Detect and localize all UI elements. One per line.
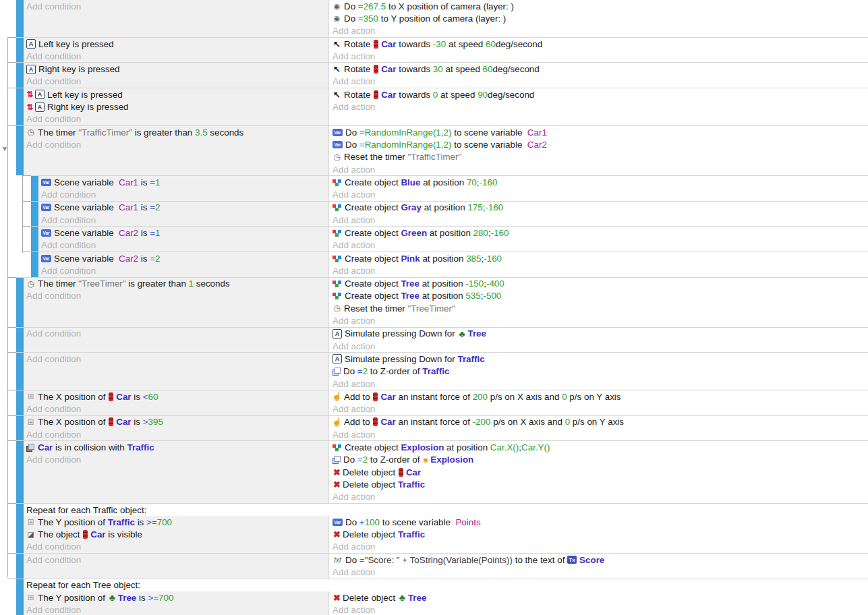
action-line[interactable]: ◉Do =267.5 to X position of camera (laye…: [332, 0, 868, 12]
event[interactable]: VarScene variable Car1 is =1Add conditio…: [31, 175, 868, 201]
collapse-arrow-icon[interactable]: ▼: [1, 146, 8, 152]
condition-line[interactable]: ⊞The Y position of Traffic is >=700: [26, 516, 328, 528]
condition-line[interactable]: ◪The object Car is visible: [26, 528, 328, 540]
add-condition-button[interactable]: Add condition: [41, 188, 328, 200]
condition-line[interactable]: ⊞The Y position of ♣Tree is >=700: [26, 591, 328, 604]
event-selector-bar[interactable]: [16, 328, 24, 353]
add-condition-button[interactable]: Add condition: [26, 403, 328, 415]
add-action-button[interactable]: Add action: [332, 188, 868, 200]
event-selector-bar[interactable]: [31, 176, 38, 201]
event-selector-bar[interactable]: [16, 0, 24, 37]
action-line[interactable]: txtDo ="Score: " + ToString(Variable(Poi…: [332, 554, 868, 566]
condition-line[interactable]: ⇅ALeft key is pressed: [26, 88, 328, 100]
event-selector-bar[interactable]: [16, 126, 24, 175]
action-line[interactable]: ✖Delete object Traffic: [332, 528, 868, 540]
add-action-button[interactable]: Add action: [332, 239, 868, 252]
add-action-button[interactable]: Add action: [332, 76, 868, 88]
condition-line[interactable]: ◷The timer "TrafficTimer" is greater tha…: [26, 126, 328, 138]
add-action-button[interactable]: Add action: [332, 378, 868, 390]
event[interactable]: Repeat for each Tree object:⊞The Y posit…: [16, 579, 868, 615]
event[interactable]: Add conditionASimulate pressing Down for…: [16, 352, 868, 390]
condition-line[interactable]: VarScene variable Car1 is =2: [41, 202, 328, 214]
condition-line[interactable]: VarScene variable Car2 is =1: [41, 227, 328, 239]
event-selector-bar[interactable]: [16, 390, 24, 415]
event-header-repeat[interactable]: Repeat for each Tree object:: [24, 579, 868, 591]
event-selector-bar[interactable]: [16, 88, 24, 125]
action-line[interactable]: Create object Gray at position 175;-160: [332, 202, 868, 214]
event[interactable]: VarScene variable Car2 is =1Add conditio…: [31, 226, 868, 252]
add-action-button[interactable]: Add action: [332, 264, 868, 276]
event-selector-bar[interactable]: [16, 416, 24, 441]
action-line[interactable]: ☝Add to Car an instant force of 200 p/s …: [332, 390, 868, 403]
add-condition-button[interactable]: Add condition: [26, 541, 328, 553]
add-condition-button[interactable]: Add condition: [26, 328, 328, 340]
condition-line[interactable]: ⊞The X position of Car is >395: [26, 416, 328, 428]
event[interactable]: Repeat for each Traffic object:⊞The Y po…: [16, 503, 868, 553]
add-action-button[interactable]: Add action: [332, 428, 868, 440]
action-line[interactable]: ↖Rotate Car towards -30 at speed 60deg/s…: [332, 38, 868, 50]
add-action-button[interactable]: Add action: [332, 163, 868, 175]
action-line[interactable]: VarDo =RandomInRange(1,2) to scene varia…: [332, 138, 868, 150]
action-line[interactable]: ◷Reset the timer "TrafficTimer": [332, 151, 868, 163]
action-line[interactable]: Create object Tree at position 535;-500: [332, 290, 868, 302]
event[interactable]: Add condition◉Do =267.5 to X position of…: [16, 0, 868, 37]
event[interactable]: ARight key is pressedAdd condition↖Rotat…: [16, 62, 868, 88]
event[interactable]: ALeft key is pressedAdd condition↖Rotate…: [16, 37, 868, 63]
action-line[interactable]: ASimulate pressing Down for ♣Tree: [332, 328, 868, 340]
add-condition-button[interactable]: Add condition: [41, 214, 328, 226]
add-condition-button[interactable]: Add condition: [41, 239, 328, 252]
add-condition-button[interactable]: Add condition: [26, 138, 328, 150]
add-condition-button[interactable]: Add condition: [26, 290, 328, 302]
add-action-button[interactable]: Add action: [332, 214, 868, 226]
add-condition-button[interactable]: Add condition: [26, 0, 328, 12]
add-action-button[interactable]: Add action: [332, 541, 868, 553]
event-header-repeat[interactable]: Repeat for each Traffic object:: [24, 504, 868, 516]
action-line[interactable]: Create object Pink at position 385;-160: [332, 252, 868, 264]
event-selector-bar[interactable]: [31, 227, 38, 252]
add-action-button[interactable]: Add action: [332, 25, 868, 37]
action-line[interactable]: VarDo =RandomInRange(1,2) to scene varia…: [332, 126, 868, 138]
event[interactable]: ◷The timer "TrafficTimer" is greater tha…: [16, 125, 868, 175]
event-selector-bar[interactable]: [16, 353, 24, 390]
event-selector-bar[interactable]: [31, 252, 38, 277]
add-condition-button[interactable]: Add condition: [26, 454, 328, 466]
add-condition-button[interactable]: Add condition: [26, 113, 328, 125]
event-selector-bar[interactable]: [16, 579, 24, 615]
add-action-button[interactable]: Add action: [332, 403, 868, 415]
action-line[interactable]: ✖Delete object Traffic: [332, 478, 868, 490]
action-line[interactable]: ✖Delete object Car: [332, 466, 868, 478]
action-line[interactable]: Do =2 to Z-order of Traffic: [332, 365, 868, 378]
action-line[interactable]: Create object Tree at position -150;-400: [332, 278, 868, 290]
condition-line[interactable]: ⊞The X position of Car is <60: [26, 390, 328, 403]
action-line[interactable]: VarDo +100 to scene variable Points: [332, 516, 868, 528]
condition-line[interactable]: ◷The timer "TreeTimer" is greater than 1…: [26, 278, 328, 290]
condition-line[interactable]: ALeft key is pressed: [26, 38, 328, 50]
event-selector-bar[interactable]: [16, 278, 24, 327]
add-action-button[interactable]: Add action: [332, 314, 868, 326]
add-action-button[interactable]: Add action: [332, 604, 868, 615]
action-line[interactable]: Create object Blue at position 70;-160: [332, 176, 868, 188]
event[interactable]: ◷The timer "TreeTimer" is greater than 1…: [16, 277, 868, 327]
event-selector-bar[interactable]: [31, 202, 38, 227]
add-condition-button[interactable]: Add condition: [26, 428, 328, 440]
condition-line[interactable]: ⇅ARight key is pressed: [26, 100, 328, 113]
add-action-button[interactable]: Add action: [332, 566, 868, 578]
condition-line[interactable]: VarScene variable Car2 is =2: [41, 252, 328, 264]
action-line[interactable]: ◷Reset the timer "TreeTimer": [332, 302, 868, 314]
action-line[interactable]: ☝Add to Car an instant force of -200 p/s…: [332, 416, 868, 428]
add-condition-button[interactable]: Add condition: [26, 50, 328, 62]
condition-line[interactable]: ARight key is pressed: [26, 63, 328, 75]
event[interactable]: VarScene variable Car1 is =2Add conditio…: [31, 201, 868, 227]
add-action-button[interactable]: Add action: [332, 50, 868, 62]
event-selector-bar[interactable]: [16, 554, 24, 579]
action-line[interactable]: ◉Do =350 to Y position of camera (layer:…: [332, 12, 868, 24]
event[interactable]: ⇅ALeft key is pressed⇅ARight key is pres…: [16, 88, 868, 125]
event[interactable]: Add conditionASimulate pressing Down for…: [16, 327, 868, 353]
action-line[interactable]: Do =2 to Z-order of ◉Explosion: [332, 454, 868, 466]
action-line[interactable]: ↖Rotate Car towards 0 at speed 90deg/sec…: [332, 88, 868, 100]
event[interactable]: ⊞The X position of Car is >395Add condit…: [16, 415, 868, 441]
event[interactable]: Add conditiontxtDo ="Score: " + ToString…: [16, 553, 868, 579]
event[interactable]: VarScene variable Car2 is =2Add conditio…: [31, 252, 868, 277]
add-action-button[interactable]: Add action: [332, 491, 868, 503]
action-line[interactable]: ✖Delete object ♣Tree: [332, 591, 868, 604]
